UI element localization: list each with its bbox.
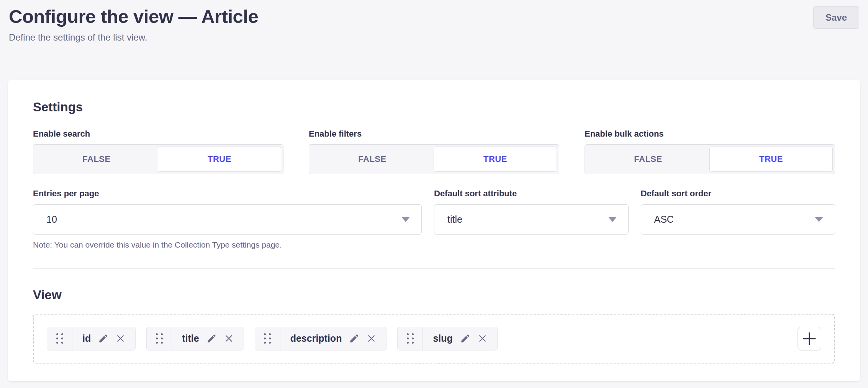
enable-bulk-actions-label: Enable bulk actions xyxy=(585,129,835,139)
view-field-chip-title[interactable]: title xyxy=(146,327,244,351)
drag-dots xyxy=(407,333,414,344)
toggles-row: Enable search FALSE TRUE Enable filters … xyxy=(33,129,835,174)
edit-pencil-icon[interactable] xyxy=(206,333,217,344)
entries-per-page-select[interactable]: 10 xyxy=(33,204,422,235)
page-subtitle: Define the settings of the list view. xyxy=(9,32,258,43)
enable-search-label: Enable search xyxy=(33,129,283,139)
configure-view-page: Configure the view — Article Define the … xyxy=(0,0,868,381)
enable-filters-false-option[interactable]: FALSE xyxy=(311,147,434,172)
view-fields-drop-zone: id title xyxy=(33,314,835,364)
field-enable-search: Enable search FALSE TRUE xyxy=(33,129,283,174)
field-chip-label: id xyxy=(82,333,91,344)
field-chip-label: slug xyxy=(433,333,452,344)
drag-dots xyxy=(264,333,271,344)
default-sort-attribute-select[interactable]: title xyxy=(434,204,629,235)
field-enable-filters: Enable filters FALSE TRUE xyxy=(309,129,559,174)
default-sort-order-value: ASC xyxy=(654,214,674,225)
close-icon[interactable] xyxy=(367,334,376,343)
enable-search-false-option[interactable]: FALSE xyxy=(35,147,158,172)
entries-per-page-value: 10 xyxy=(46,214,57,225)
enable-search-true-option[interactable]: TRUE xyxy=(158,147,281,172)
chip-body: id xyxy=(72,327,135,350)
close-icon[interactable] xyxy=(116,334,125,343)
view-field-chip-description[interactable]: description xyxy=(255,327,387,351)
page-header: Configure the view — Article Define the … xyxy=(0,0,868,43)
view-fields-list: id title xyxy=(47,327,498,351)
enable-bulk-actions-toggle[interactable]: FALSE TRUE xyxy=(585,144,835,174)
drag-handle-icon[interactable] xyxy=(147,327,172,350)
default-sort-order-select[interactable]: ASC xyxy=(641,204,835,235)
enable-bulk-actions-true-option[interactable]: TRUE xyxy=(709,147,833,172)
enable-filters-true-option[interactable]: TRUE xyxy=(434,147,557,172)
settings-section-title: Settings xyxy=(33,100,835,114)
view-section-title: View xyxy=(33,288,835,302)
settings-card: Settings Enable search FALSE TRUE Enable… xyxy=(8,80,860,381)
section-divider xyxy=(33,268,835,269)
default-sort-attribute-label: Default sort attribute xyxy=(434,189,629,199)
view-field-chip-id[interactable]: id xyxy=(47,327,136,351)
default-sort-order-label: Default sort order xyxy=(641,189,835,199)
field-chip-label: title xyxy=(182,333,199,344)
default-sort-attribute-value: title xyxy=(447,214,462,225)
entries-per-page-label: Entries per page xyxy=(33,189,422,199)
edit-pencil-icon[interactable] xyxy=(460,333,470,344)
page-header-text: Configure the view — Article Define the … xyxy=(9,6,258,43)
chevron-down-icon xyxy=(608,217,617,222)
close-icon[interactable] xyxy=(224,334,234,343)
field-default-sort-order: Default sort order ASC xyxy=(641,189,835,250)
enable-search-toggle[interactable]: FALSE TRUE xyxy=(33,144,283,174)
edit-pencil-icon[interactable] xyxy=(349,333,359,344)
chip-body: description xyxy=(280,327,387,350)
view-field-chip-slug[interactable]: slug xyxy=(397,327,497,351)
chevron-down-icon xyxy=(401,217,410,222)
drag-handle-icon[interactable] xyxy=(47,327,72,350)
entries-per-page-note: Note: You can override this value in the… xyxy=(33,240,422,250)
drag-handle-icon[interactable] xyxy=(255,327,280,350)
close-icon[interactable] xyxy=(478,334,487,343)
field-default-sort-attribute: Default sort attribute title xyxy=(434,189,629,250)
page-title: Configure the view — Article xyxy=(9,6,258,27)
field-entries-per-page: Entries per page 10 Note: You can overri… xyxy=(33,189,422,250)
save-button[interactable]: Save xyxy=(813,6,859,29)
plus-icon xyxy=(802,331,817,346)
edit-pencil-icon[interactable] xyxy=(98,333,108,344)
selects-row: Entries per page 10 Note: You can overri… xyxy=(33,189,835,250)
chevron-down-icon xyxy=(815,217,823,222)
enable-filters-toggle[interactable]: FALSE TRUE xyxy=(309,144,559,174)
field-enable-bulk-actions: Enable bulk actions FALSE TRUE xyxy=(585,129,835,174)
drag-handle-icon[interactable] xyxy=(398,327,423,350)
enable-bulk-actions-false-option[interactable]: FALSE xyxy=(587,147,709,172)
enable-filters-label: Enable filters xyxy=(309,129,559,139)
chip-body: title xyxy=(172,327,243,350)
drag-dots xyxy=(156,333,163,344)
drag-dots xyxy=(56,333,63,344)
chip-body: slug xyxy=(423,327,497,350)
field-chip-label: description xyxy=(290,333,342,344)
add-field-button[interactable] xyxy=(798,327,821,351)
